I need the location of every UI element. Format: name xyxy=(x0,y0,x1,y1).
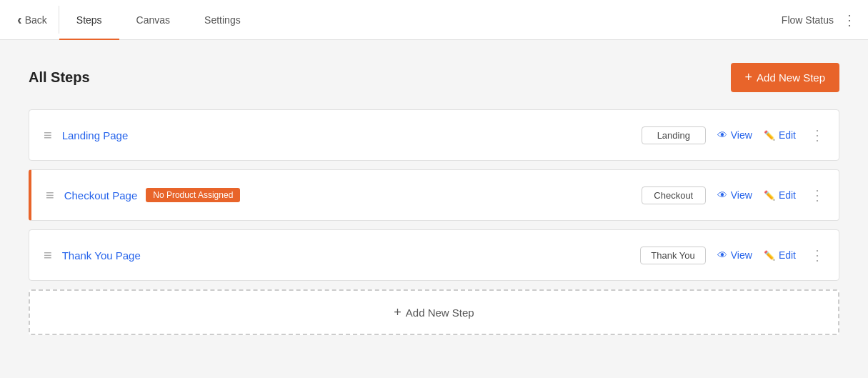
more-menu-thankyou[interactable]: ⋮ xyxy=(810,247,824,264)
step-actions-checkout: Checkout View Edit ⋮ xyxy=(642,186,824,204)
edit-label-checkout: Edit xyxy=(779,189,796,201)
edit-icon-checkout xyxy=(764,189,775,202)
page-title: All Steps xyxy=(29,69,90,86)
flow-status-label: Flow Status xyxy=(782,14,834,26)
tab-steps[interactable]: Steps xyxy=(59,1,119,40)
main-content: All Steps Add New Step Landing Page Land… xyxy=(0,40,868,358)
drag-icon-thankyou xyxy=(44,247,52,264)
edit-button-landing[interactable]: Edit xyxy=(764,126,796,144)
step-type-badge-checkout: Checkout xyxy=(642,186,706,204)
view-button-thankyou[interactable]: View xyxy=(717,246,752,264)
edit-button-thankyou[interactable]: Edit xyxy=(764,246,796,264)
edit-label-thankyou: Edit xyxy=(779,249,796,261)
more-menu-landing[interactable]: ⋮ xyxy=(810,126,824,144)
edit-label-landing: Edit xyxy=(779,129,796,141)
drag-handle-landing[interactable] xyxy=(44,127,52,144)
tab-canvas[interactable]: Canvas xyxy=(119,1,187,40)
drag-icon-checkout xyxy=(46,187,54,204)
step-row-checkout: Checkout Page No Product Assigned Checko… xyxy=(29,169,839,221)
view-label-landing: View xyxy=(731,129,752,141)
edit-button-checkout[interactable]: Edit xyxy=(764,186,796,204)
tab-settings[interactable]: Settings xyxy=(187,1,258,40)
add-new-step-button-top[interactable]: Add New Step xyxy=(731,63,839,92)
step-type-badge-landing: Landing xyxy=(642,126,706,144)
step-actions-thankyou: Thank You View Edit ⋮ xyxy=(640,246,824,264)
step-type-badge-thankyou: Thank You xyxy=(640,247,705,264)
error-badge-checkout: No Product Assigned xyxy=(146,188,240,202)
step-row-thankyou: Thank You Page Thank You View Edit ⋮ xyxy=(29,229,839,281)
more-menu-checkout[interactable]: ⋮ xyxy=(810,186,824,204)
steps-list: Landing Page Landing View Edit ⋮ Checkou… xyxy=(29,109,839,281)
view-button-checkout[interactable]: View xyxy=(717,186,752,204)
drag-icon-landing xyxy=(44,127,52,144)
page-header: All Steps Add New Step xyxy=(29,63,839,92)
view-button-landing[interactable]: View xyxy=(717,126,752,144)
eye-icon-landing xyxy=(717,129,727,141)
plus-icon-top xyxy=(745,70,753,85)
nav-right: Flow Status ⋮ xyxy=(782,11,857,29)
step-row-landing: Landing Page Landing View Edit ⋮ xyxy=(29,109,839,161)
view-label-checkout: View xyxy=(731,189,752,201)
top-nav: Back Steps Canvas Settings Flow Status ⋮ xyxy=(0,0,868,40)
step-name-thankyou[interactable]: Thank You Page xyxy=(62,249,141,262)
step-actions-landing: Landing View Edit ⋮ xyxy=(642,126,824,144)
view-label-thankyou: View xyxy=(731,249,752,261)
step-name-landing[interactable]: Landing Page xyxy=(62,129,129,141)
add-new-step-label-top: Add New Step xyxy=(757,71,825,84)
drag-handle-checkout[interactable] xyxy=(46,187,54,204)
nav-tabs: Steps Canvas Settings xyxy=(59,0,782,40)
edit-icon-landing xyxy=(764,129,775,141)
eye-icon-thankyou xyxy=(717,249,727,262)
back-icon xyxy=(17,11,22,28)
drag-handle-thankyou[interactable] xyxy=(44,247,52,264)
edit-icon-thankyou xyxy=(764,249,775,262)
plus-icon-bottom: + xyxy=(394,305,401,320)
add-step-bottom-label: Add New Step xyxy=(406,307,474,319)
eye-icon-checkout xyxy=(717,189,727,202)
step-name-checkout[interactable]: Checkout Page xyxy=(64,189,138,202)
back-button[interactable]: Back xyxy=(11,6,59,34)
add-new-step-button-bottom[interactable]: + Add New Step xyxy=(29,289,839,335)
nav-more-icon[interactable]: ⋮ xyxy=(842,11,857,29)
back-label: Back xyxy=(25,14,47,26)
